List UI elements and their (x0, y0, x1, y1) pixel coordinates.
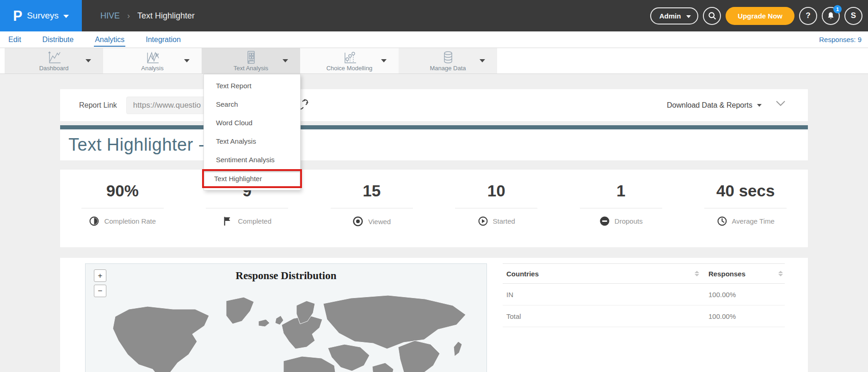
countries-table: Countries Responses IN 100.00% Total 100… (503, 263, 785, 327)
admin-label: Admin (659, 12, 681, 20)
tab-label: Manage Data (430, 65, 466, 72)
responses-cell: 100.00% (699, 291, 785, 299)
tab-choice-modelling[interactable]: Choice Modelling (300, 48, 399, 73)
nav-item-edit[interactable]: Edit (7, 33, 22, 47)
search-button[interactable] (703, 7, 721, 25)
country-cell: Total (503, 312, 699, 320)
search-icon (708, 11, 717, 20)
bubble-chart-icon (341, 50, 358, 66)
column-header-countries[interactable]: Countries (506, 270, 539, 278)
notifications-button[interactable]: 1 (822, 7, 840, 25)
collapse-section-chevron-icon[interactable] (776, 100, 786, 106)
account-avatar[interactable]: S (844, 7, 862, 25)
breadcrumb-survey-name[interactable]: HIVE (100, 11, 120, 21)
tab-dashboard[interactable]: Dashboard (5, 48, 103, 73)
chevron-down-icon[interactable] (283, 59, 288, 62)
text-analysis-dropdown-menu: Text Report Search Word Cloud Text Analy… (203, 74, 301, 190)
tab-analysis[interactable]: Analysis (103, 48, 202, 73)
sort-countries-icon[interactable] (695, 271, 699, 276)
responses-count[interactable]: Responses: 9 (819, 36, 862, 43)
zoom-in-button[interactable]: + (94, 269, 106, 282)
nav-item-distribute[interactable]: Distribute (42, 33, 75, 47)
stat-label: Dropouts (615, 217, 643, 225)
highlight-annotation-box: Text Highlighter (202, 169, 302, 188)
upgrade-now-button[interactable]: Upgrade Now (726, 7, 794, 25)
analytics-toolbar: Dashboard Analysis Text Analysis Choice … (0, 48, 868, 74)
main-content: Report Link https://www.questio Download… (0, 89, 868, 372)
database-icon (440, 50, 456, 66)
stat-label: Completed (238, 217, 271, 225)
world-map-image (87, 293, 485, 372)
country-cell: IN (503, 291, 699, 299)
divider (331, 208, 413, 208)
table-row: IN 100.00% (503, 284, 785, 305)
chevron-down-icon[interactable] (184, 59, 190, 62)
menu-item-search[interactable]: Search (204, 95, 300, 114)
stat-value: 1 (616, 182, 625, 200)
table-row-total: Total 100.00% (503, 305, 785, 327)
eye-icon (352, 216, 363, 227)
column-header-responses[interactable]: Responses (708, 270, 745, 278)
chevron-down-icon (63, 15, 69, 18)
nav-item-integration[interactable]: Integration (145, 33, 182, 47)
divider (81, 208, 164, 208)
menu-item-word-cloud[interactable]: Word Cloud (204, 114, 300, 132)
stat-label: Completion Rate (104, 217, 156, 225)
divider (580, 208, 662, 208)
chevron-down-icon[interactable] (480, 59, 485, 62)
page-title: Text Highlighter - (68, 135, 204, 155)
report-link-label: Report Link (79, 101, 117, 110)
notification-badge: 1 (833, 5, 842, 13)
tab-label: Choice Modelling (326, 65, 373, 72)
survey-nav-links: Edit Distribute Analytics Integration (7, 33, 182, 47)
download-data-reports-button[interactable]: Download Data & Reports (667, 101, 762, 110)
download-data-reports-label: Download Data & Reports (667, 101, 752, 110)
tab-label: Text Analysis (234, 65, 268, 72)
divider (704, 208, 787, 208)
divider (206, 208, 288, 208)
multi-line-chart-icon (144, 50, 161, 66)
tab-text-analysis[interactable]: Text Analysis (202, 48, 300, 73)
stat-started: 10 Started (434, 170, 559, 247)
stat-label: Average Time (732, 217, 775, 225)
menu-item-text-highlighter[interactable]: Text Highlighter (204, 171, 300, 186)
response-distribution-map[interactable]: Response Distribution + − (85, 263, 487, 372)
chevron-down-icon (686, 15, 691, 18)
avatar-initial: S (851, 11, 856, 20)
clock-icon (717, 216, 727, 226)
tab-label: Dashboard (39, 65, 69, 72)
stats-summary: 90% Completion Rate 9 Completed (60, 170, 808, 247)
questionpro-logo-icon: P (13, 7, 22, 24)
report-link-bar: Report Link https://www.questio Download… (60, 89, 808, 121)
help-button[interactable]: ? (799, 7, 817, 25)
menu-item-text-analysis[interactable]: Text Analysis (204, 132, 300, 151)
sort-responses-icon[interactable] (778, 271, 783, 276)
admin-menu-button[interactable]: Admin (650, 7, 699, 24)
responses-cell: 100.00% (699, 312, 785, 320)
nav-item-analytics[interactable]: Analytics (94, 33, 125, 47)
minus-circle-icon (599, 216, 610, 226)
report-icon (243, 50, 259, 66)
bell-icon (826, 12, 835, 20)
menu-item-text-report[interactable]: Text Report (204, 77, 300, 95)
breadcrumb-current-page: Text Highlighter (137, 11, 195, 21)
stat-value: 40 secs (716, 182, 775, 200)
survey-nav: Edit Distribute Analytics Integration Re… (0, 31, 868, 48)
stat-average-time: 40 secs Average Time (683, 170, 808, 247)
stat-value: 15 (363, 182, 381, 200)
chevron-down-icon[interactable] (86, 59, 91, 62)
tab-label: Analysis (141, 65, 163, 72)
top-bar: P Surveys HIVE › Text Highlighter Admin … (0, 0, 868, 31)
breadcrumb-separator-icon: › (127, 11, 130, 21)
surveys-menu-button[interactable]: P Surveys (0, 0, 82, 31)
chevron-down-icon (757, 104, 762, 107)
tab-manage-data[interactable]: Manage Data (399, 48, 497, 73)
line-chart-icon (46, 50, 62, 66)
stat-viewed: 15 Viewed (309, 170, 434, 247)
stat-label: Viewed (368, 218, 391, 226)
question-mark-icon: ? (806, 11, 810, 20)
divider (455, 208, 537, 208)
chevron-down-icon[interactable] (381, 59, 387, 62)
menu-item-sentiment-analysis[interactable]: Sentiment Analysis (204, 151, 300, 169)
geo-section: Response Distribution + − (60, 258, 808, 372)
